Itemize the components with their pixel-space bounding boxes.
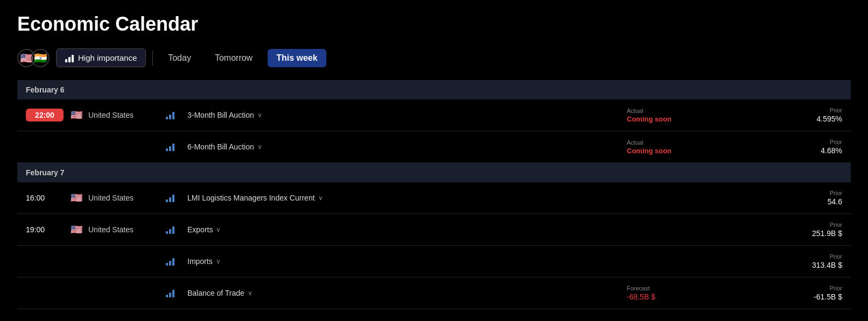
chevron-down-icon: ∨ xyxy=(257,143,262,151)
table-row: 6-Month Bill Auction∨ActualComing soonPr… xyxy=(17,131,851,163)
event-name[interactable]: 6-Month Bill Auction∨ xyxy=(187,142,627,151)
prior-cell: Prior54.6 xyxy=(734,190,842,206)
forecast-value: -68.5B $ xyxy=(627,293,734,301)
actual-label: Actual xyxy=(627,139,734,146)
importance-cell xyxy=(166,225,187,234)
importance-label: High importance xyxy=(78,53,137,62)
country-flag: 🇺🇸 xyxy=(69,190,84,205)
importance-bar-icon xyxy=(166,194,187,202)
actual-label: Actual xyxy=(627,108,734,114)
tab-today[interactable]: Today xyxy=(159,49,200,67)
section-header: February 6 xyxy=(17,80,851,99)
prior-cell: Prior251.9B $ xyxy=(734,222,842,238)
prior-value: 4.595% xyxy=(817,115,842,123)
event-name[interactable]: Balance of Trade∨ xyxy=(187,289,627,297)
prior-value: 54.6 xyxy=(828,197,842,206)
time-badge: 22:00 xyxy=(26,109,64,122)
prior-value: 313.4B $ xyxy=(812,261,842,269)
event-time: 22:00 xyxy=(26,109,69,122)
high-importance-button[interactable]: High importance xyxy=(56,48,146,67)
prior-label: Prior xyxy=(830,222,842,228)
toolbar: 🇺🇸 🇮🇳 High importance Today Tomorrow Thi… xyxy=(17,48,851,67)
chevron-down-icon: ∨ xyxy=(257,111,262,119)
chevron-down-icon: ∨ xyxy=(248,289,253,297)
tab-this-week[interactable]: This week xyxy=(268,49,326,67)
event-name[interactable]: 3-Month Bill Auction∨ xyxy=(187,111,627,119)
prior-label: Prior xyxy=(830,285,842,291)
importance-cell xyxy=(166,194,187,202)
importance-cell xyxy=(166,142,187,151)
event-name-text: 6-Month Bill Auction xyxy=(187,142,254,151)
tab-tomorrow[interactable]: Tomorrow xyxy=(206,49,261,67)
flag-group[interactable]: 🇺🇸 🇮🇳 xyxy=(17,49,50,67)
event-name-text: Exports xyxy=(187,225,213,234)
prior-label: Prior xyxy=(830,139,842,145)
importance-bar-icon xyxy=(166,142,187,151)
prior-label: Prior xyxy=(830,107,842,113)
table-row: Imports∨Prior313.4B $ xyxy=(17,246,851,277)
importance-cell xyxy=(166,257,187,266)
event-name-text: 3-Month Bill Auction xyxy=(187,111,254,119)
calendar-table: February 622:00🇺🇸United States3-Month Bi… xyxy=(17,80,851,309)
actual-cell: Forecast-68.5B $ xyxy=(627,285,734,301)
prior-cell: Prior-61.5B $ xyxy=(734,285,842,301)
coming-soon-text: Coming soon xyxy=(627,115,734,123)
event-time: 19:00 xyxy=(26,225,69,234)
prior-value: -61.5B $ xyxy=(814,293,842,301)
country-name: United States xyxy=(88,225,134,234)
event-time: 16:00 xyxy=(26,194,69,202)
table-row: 16:00🇺🇸United StatesLMI Logistics Manage… xyxy=(17,182,851,214)
importance-bar-icon xyxy=(166,257,187,266)
event-name[interactable]: Exports∨ xyxy=(187,225,627,234)
event-name-text: Balance of Trade xyxy=(187,289,244,297)
coming-soon-text: Coming soon xyxy=(627,147,734,155)
prior-label: Prior xyxy=(830,253,842,260)
importance-bar-icon xyxy=(166,289,187,297)
importance-cell xyxy=(166,289,187,297)
prior-cell: Prior4.68% xyxy=(734,139,842,155)
forecast-label: Forecast xyxy=(627,285,734,291)
section-header: February 7 xyxy=(17,163,851,182)
country-cell: 🇺🇸United States xyxy=(69,222,166,237)
toolbar-divider xyxy=(152,51,153,66)
country-flag: 🇺🇸 xyxy=(69,108,84,123)
chevron-down-icon: ∨ xyxy=(216,226,221,233)
table-row: 22:00🇺🇸United States3-Month Bill Auction… xyxy=(17,99,851,131)
event-name[interactable]: Imports∨ xyxy=(187,257,627,266)
table-row: 19:00🇺🇸United StatesExports∨Prior251.9B … xyxy=(17,214,851,246)
country-cell: 🇺🇸United States xyxy=(69,108,166,123)
importance-bar-icon xyxy=(166,111,187,119)
country-cell: 🇺🇸United States xyxy=(69,190,166,205)
actual-cell: ActualComing soon xyxy=(627,139,734,155)
chevron-down-icon: ∨ xyxy=(318,194,323,202)
prior-value: 4.68% xyxy=(821,146,842,155)
country-name: United States xyxy=(88,194,134,202)
event-name-text: LMI Logistics Managers Index Current xyxy=(187,194,315,202)
country-flag: 🇺🇸 xyxy=(69,222,84,237)
chevron-down-icon: ∨ xyxy=(216,258,221,265)
prior-label: Prior xyxy=(830,190,842,196)
importance-bar-icon xyxy=(166,225,187,234)
country-name: United States xyxy=(88,111,134,119)
page-title: Economic Calendar xyxy=(17,13,851,35)
prior-value: 251.9B $ xyxy=(812,229,842,238)
importance-icon xyxy=(65,54,74,62)
importance-cell xyxy=(166,111,187,119)
prior-cell: Prior4.595% xyxy=(734,107,842,123)
flag-in: 🇮🇳 xyxy=(31,49,50,67)
table-row: Balance of Trade∨Forecast-68.5B $Prior-6… xyxy=(17,277,851,309)
prior-cell: Prior313.4B $ xyxy=(734,253,842,269)
actual-cell: ActualComing soon xyxy=(627,108,734,123)
event-name[interactable]: LMI Logistics Managers Index Current∨ xyxy=(187,194,627,202)
event-name-text: Imports xyxy=(187,257,213,266)
